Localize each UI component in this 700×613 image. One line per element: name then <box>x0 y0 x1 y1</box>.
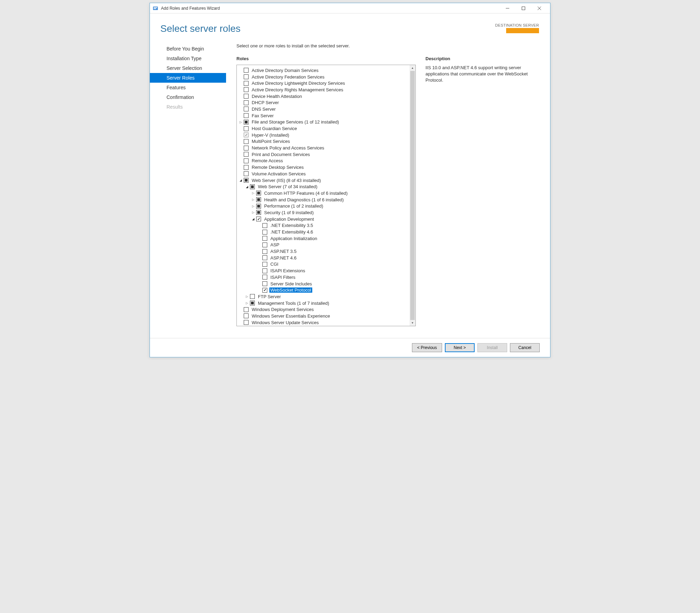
tree-row[interactable]: DNS Server <box>238 106 409 112</box>
close-button[interactable] <box>531 3 547 13</box>
checkbox[interactable] <box>244 313 249 318</box>
checkbox[interactable] <box>244 120 249 125</box>
minimize-button[interactable] <box>500 3 515 13</box>
checkbox[interactable] <box>256 217 261 221</box>
tree-row[interactable]: ◢Application Development <box>238 216 409 222</box>
expand-icon[interactable]: ▷ <box>251 204 255 209</box>
scrollbar[interactable]: ▲ ▼ <box>410 65 415 326</box>
tree-item-label[interactable]: Common HTTP Features (4 of 6 installed) <box>263 191 349 196</box>
tree-row[interactable]: CGI <box>238 261 409 268</box>
checkbox[interactable] <box>244 152 249 157</box>
tree-row[interactable]: ▷Performance (1 of 2 installed) <box>238 203 409 209</box>
tree-item-label[interactable]: ASP <box>269 242 280 247</box>
checkbox[interactable] <box>244 68 249 73</box>
tree-item-label[interactable]: Remote Desktop Services <box>251 165 305 170</box>
tree-row[interactable]: DHCP Server <box>238 99 409 106</box>
checkbox[interactable] <box>262 236 267 241</box>
tree-row[interactable]: Application Initialization <box>238 235 409 242</box>
next-button[interactable]: Next > <box>445 343 475 352</box>
tree-row[interactable]: ▷Security (1 of 9 installed) <box>238 209 409 216</box>
checkbox[interactable] <box>262 288 267 293</box>
checkbox[interactable] <box>256 210 261 215</box>
tree-item-label[interactable]: WebSocket Protocol <box>269 287 312 293</box>
checkbox[interactable] <box>262 275 267 280</box>
tree-item-label[interactable]: ASP.NET 3.5 <box>269 249 297 254</box>
tree-row[interactable]: Active Directory Lightweight Directory S… <box>238 80 409 86</box>
maximize-button[interactable] <box>515 3 531 13</box>
expand-icon[interactable]: ▷ <box>244 294 249 299</box>
tree-row[interactable]: Server Side Includes <box>238 281 409 287</box>
tree-row[interactable]: .NET Extensibility 4.6 <box>238 229 409 235</box>
tree-item-label[interactable]: Windows Server Update Services <box>251 320 320 325</box>
collapse-icon[interactable]: ◢ <box>238 178 243 183</box>
tree-row[interactable]: Windows Server Update Services <box>238 319 409 325</box>
tree-item-label[interactable]: .NET Extensibility 3.5 <box>269 223 314 228</box>
checkbox[interactable] <box>262 249 267 254</box>
sidebar-item-server-selection[interactable]: Server Selection <box>150 63 226 73</box>
tree-item-label[interactable]: Active Directory Lightweight Directory S… <box>251 81 346 86</box>
tree-item-label[interactable]: Fax Server <box>251 113 275 118</box>
checkbox[interactable] <box>256 191 261 195</box>
checkbox[interactable] <box>244 171 249 176</box>
tree-item-label[interactable]: Active Directory Federation Services <box>251 74 325 80</box>
tree-item-label[interactable]: ASP.NET 4.6 <box>269 255 297 260</box>
checkbox[interactable] <box>244 87 249 92</box>
checkbox[interactable] <box>244 307 249 312</box>
sidebar-item-features[interactable]: Features <box>150 83 226 92</box>
tree-row[interactable]: Volume Activation Services <box>238 171 409 177</box>
tree-item-label[interactable]: Web Server (IIS) (8 of 43 installed) <box>251 178 322 183</box>
tree-row[interactable]: WebSocket Protocol <box>238 287 409 293</box>
tree-row[interactable]: ▷Common HTTP Features (4 of 6 installed) <box>238 190 409 196</box>
sidebar-item-installation-type[interactable]: Installation Type <box>150 54 226 63</box>
sidebar-item-before-you-begin[interactable]: Before You Begin <box>150 44 226 54</box>
sidebar-item-confirmation[interactable]: Confirmation <box>150 92 226 102</box>
checkbox[interactable] <box>250 294 255 299</box>
tree-item-label[interactable]: Device Health Attestation <box>251 94 303 99</box>
expand-icon[interactable]: ▷ <box>251 210 255 215</box>
scroll-up-icon[interactable]: ▲ <box>410 65 415 71</box>
checkbox[interactable] <box>244 94 249 99</box>
tree-row[interactable]: ASP <box>238 242 409 248</box>
tree-row[interactable]: Host Guardian Service <box>238 125 409 132</box>
tree-row[interactable]: ISAPI Filters <box>238 274 409 281</box>
checkbox[interactable] <box>244 146 249 150</box>
tree-item-label[interactable]: MultiPoint Services <box>251 139 291 144</box>
tree-row[interactable]: Active Directory Rights Management Servi… <box>238 86 409 93</box>
tree-item-label[interactable]: Network Policy and Access Services <box>251 145 325 150</box>
checkbox[interactable] <box>256 204 261 209</box>
tree-item-label[interactable]: .NET Extensibility 4.6 <box>269 229 314 235</box>
tree-row[interactable]: Network Policy and Access Services <box>238 145 409 151</box>
checkbox[interactable] <box>244 320 249 325</box>
tree-row[interactable]: Print and Document Services <box>238 151 409 158</box>
tree-row[interactable]: ◢Web Server (7 of 34 installed) <box>238 183 409 190</box>
tree-row[interactable]: Active Directory Domain Services <box>238 67 409 74</box>
expand-icon[interactable]: ▷ <box>244 301 249 305</box>
tree-row[interactable]: Windows Server Essentials Experience <box>238 313 409 319</box>
tree-row[interactable]: MultiPoint Services <box>238 138 409 145</box>
tree-row[interactable]: ▷Management Tools (1 of 7 installed) <box>238 300 409 306</box>
tree-item-label[interactable]: Host Guardian Service <box>251 126 298 131</box>
tree-item-label[interactable]: Server Side Includes <box>269 281 313 286</box>
checkbox[interactable] <box>244 158 249 163</box>
tree-item-label[interactable]: Web Server (7 of 34 installed) <box>257 184 318 189</box>
tree-item-label[interactable]: Windows Server Essentials Experience <box>251 313 331 319</box>
checkbox[interactable] <box>262 268 267 273</box>
tree-row[interactable]: ASP.NET 3.5 <box>238 248 409 255</box>
tree-item-label[interactable]: DHCP Server <box>251 100 280 105</box>
checkbox[interactable] <box>262 223 267 228</box>
checkbox[interactable] <box>244 81 249 86</box>
checkbox[interactable] <box>244 139 249 144</box>
tree-row[interactable]: Remote Access <box>238 158 409 164</box>
checkbox[interactable] <box>250 301 255 305</box>
tree-item-label[interactable]: Health and Diagnostics (1 of 6 installed… <box>263 197 345 202</box>
tree-item-label[interactable]: CGI <box>269 262 279 267</box>
tree-row[interactable]: ASP.NET 4.6 <box>238 255 409 261</box>
tree-item-label[interactable]: Windows Deployment Services <box>251 307 315 312</box>
expand-icon[interactable]: ▷ <box>251 197 255 202</box>
collapse-icon[interactable]: ◢ <box>251 217 255 221</box>
sidebar-item-server-roles[interactable]: Server Roles <box>150 73 226 83</box>
roles-tree[interactable]: Active Directory Domain ServicesActive D… <box>237 66 409 325</box>
tree-row[interactable]: Active Directory Federation Services <box>238 74 409 80</box>
tree-item-label[interactable]: Hyper-V (Installed) <box>251 132 290 138</box>
scrollbar-thumb[interactable] <box>410 71 415 320</box>
